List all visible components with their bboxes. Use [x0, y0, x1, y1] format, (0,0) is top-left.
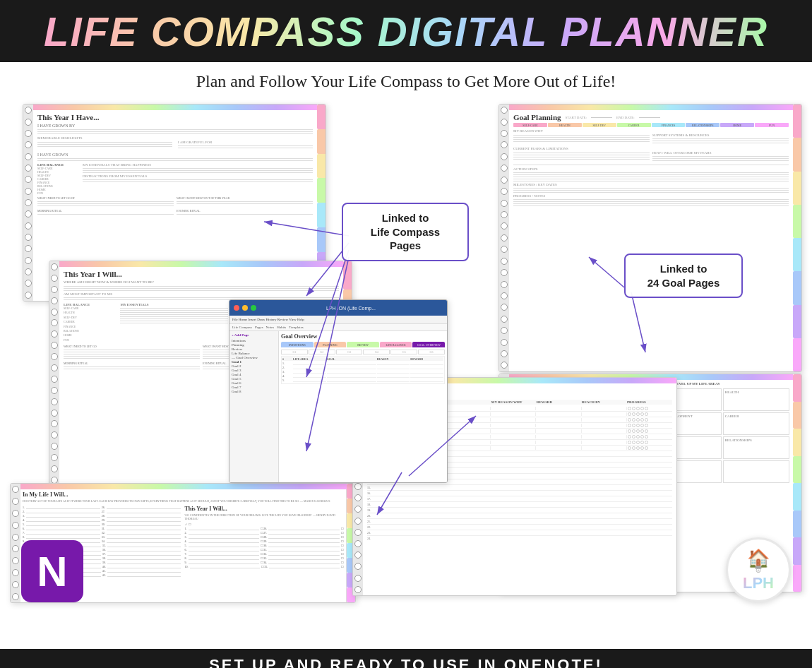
have-grown: I HAVE GROWN [37, 153, 313, 157]
rainbow-bar-2 [59, 261, 343, 267]
page-body-3: Goal Planning START DATE: END DATE: SELF… [509, 105, 793, 371]
page2-subtitle: WHERE AM I RIGHT NOW & WHERE DO I WANT T… [64, 280, 339, 284]
callout-compass: Linked toLife CompassPages [342, 203, 469, 261]
in-my-life-title: In My Life I Will... [23, 491, 344, 498]
page1-title: This Year I Have... [37, 113, 313, 121]
goal-planning-title: Goal Planning [513, 113, 561, 121]
header: LIFE COMPASS DIGITAL PLANNER [0, 0, 812, 62]
lph-label: LPH [743, 574, 774, 592]
spiral-left-2 [49, 261, 59, 486]
spiral-left [23, 105, 33, 301]
callout-goals: Linked to24 Goal Pages [624, 254, 743, 298]
main-content: Linked toLife CompassPages Linked to24 G… [0, 98, 812, 649]
pages-container: Linked toLife CompassPages Linked to24 G… [10, 98, 802, 607]
spiral-left-3 [499, 105, 509, 371]
page2-title: This Year I Will... [64, 270, 339, 278]
app-title: LIFE COMPASS DIGITAL PLANNER [44, 8, 768, 55]
footer-bar: SET UP AND READY TO USE IN ONENOTE! [0, 649, 812, 668]
peace-icon: ☮ [756, 567, 761, 574]
page1-subtitle: I HAVE GROWN BY [37, 124, 313, 128]
goal-overview-label: Goal Overview [281, 333, 445, 340]
onenote-window: LPH ION (Life Comp... File Home Insert D… [229, 299, 448, 483]
subtitle-text: Plan and Follow Your Life Compass to Get… [196, 72, 616, 90]
side-tabs-right-6 [793, 374, 801, 592]
cell-fun [723, 460, 789, 483]
rainbow-bar [33, 105, 317, 110]
rainbow-bar-3 [509, 105, 793, 110]
onenote-icon: N [21, 540, 83, 602]
subtitle-bar: Plan and Follow Your Life Compass to Get… [0, 62, 812, 98]
cell-health: HEALTH [723, 388, 789, 411]
callout-compass-line1: Linked toLife CompassPages [371, 212, 440, 251]
page-goal-planning: Goal Planning START DATE: END DATE: SELF… [498, 104, 802, 372]
spiral-left-5 [11, 484, 20, 602]
cell-career: CAREER [723, 412, 789, 435]
onenote-letter: N [37, 547, 67, 596]
lph-logo: 🏠 ☮ LPH [726, 537, 791, 602]
rainbow-bar-5 [20, 484, 347, 489]
memorable-label: MEMORABLE HIGHLIGHTS [37, 136, 313, 140]
cell-relationships: RELATIONSHIPS [723, 436, 789, 459]
section-tabs: SELF-CARE HEALTH SELF DEV CAREER FINANCE… [513, 123, 789, 127]
side-tabs-right-3 [793, 105, 801, 371]
footer-text: SET UP AND READY TO USE IN ONENOTE! [209, 656, 603, 668]
callout-goals-line1: Linked to24 Goal Pages [647, 263, 720, 289]
